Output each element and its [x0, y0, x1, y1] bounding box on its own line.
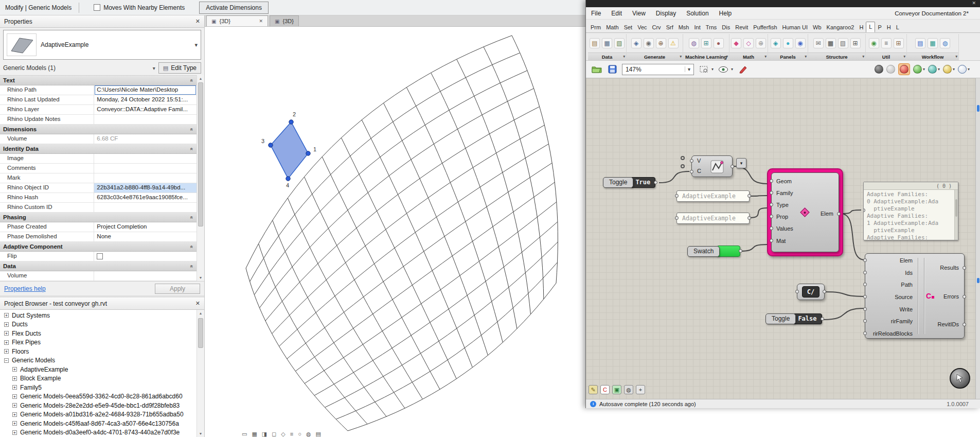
- input-elem[interactable]: Elem: [865, 254, 915, 267]
- tree-item-flex-pipes[interactable]: +Flex Pipes: [0, 338, 197, 347]
- property-value[interactable]: [94, 164, 197, 173]
- toggle-value[interactable]: True: [630, 177, 655, 188]
- expander-icon[interactable]: +: [4, 331, 9, 336]
- property-value[interactable]: [94, 252, 197, 261]
- collapse-section-icon[interactable]: «: [189, 79, 195, 82]
- output-grip[interactable]: [963, 266, 966, 270]
- preview-dark-sphere-icon[interactable]: [875, 65, 883, 74]
- section-text[interactable]: Text«: [0, 76, 197, 85]
- gh-tab-l-16[interactable]: L: [866, 22, 875, 32]
- menu-item-display[interactable]: Display: [651, 8, 681, 19]
- property-value[interactable]: [94, 203, 197, 212]
- input-rirfamily[interactable]: rirFamily: [865, 315, 915, 327]
- input-rirreloadblocks[interactable]: rirReloadBlocks: [865, 327, 915, 340]
- property-value[interactable]: 6.68 CF: [94, 134, 197, 144]
- gh-tab-human-ui-12[interactable]: Human UI: [780, 23, 811, 32]
- gh-tab-vec-3[interactable]: Vec: [635, 23, 649, 32]
- chevron-down-icon[interactable]: ▾: [623, 55, 625, 59]
- preview-toggle-icon[interactable]: ▣: [612, 385, 621, 394]
- input-grip[interactable]: [675, 194, 679, 198]
- moves-with-nearby-checkbox[interactable]: Moves With Nearby Elements: [94, 4, 185, 11]
- scroll-up-icon[interactable]: ▲: [197, 75, 204, 82]
- network-icon[interactable]: ⊞: [701, 38, 711, 48]
- input-grip[interactable]: [863, 295, 867, 299]
- properties-scrollbar[interactable]: ▲ ▼: [197, 75, 204, 281]
- tree-item-generic-models[interactable]: −Generic Models: [0, 356, 197, 365]
- frame-icon[interactable]: ⊞: [850, 38, 861, 48]
- selected-adaptive-component[interactable]: [271, 122, 308, 179]
- expander-icon[interactable]: +: [12, 394, 17, 399]
- collapse-section-icon[interactable]: «: [189, 216, 195, 219]
- input-write[interactable]: Write: [865, 303, 915, 316]
- flower-icon[interactable]: ◇: [743, 38, 754, 48]
- gh-tab-dis-9[interactable]: Dis: [719, 23, 733, 32]
- tree-item-generic-models-0eea559d-3362-4cd0-8c28-861ad6abcd60[interactable]: +Generic Models-0eea559d-3362-4cd0-8c28-…: [0, 392, 197, 401]
- menu-item-edit[interactable]: Edit: [606, 8, 627, 19]
- close-icon[interactable]: ✕: [972, 1, 976, 6]
- gh-tab-math-1[interactable]: Math: [603, 23, 621, 32]
- gh-titlebar[interactable]: ✕: [586, 0, 980, 7]
- menu-item-help[interactable]: Help: [714, 8, 737, 19]
- output-grip[interactable]: [837, 212, 841, 216]
- tree-item-ducts[interactable]: +Ducts: [0, 320, 197, 329]
- property-value[interactable]: [94, 154, 197, 163]
- expander-icon[interactable]: +: [12, 376, 17, 381]
- ribbon-group-label[interactable]: Generate▾: [627, 53, 683, 60]
- section-adaptive-component[interactable]: Adaptive Component«: [0, 242, 197, 252]
- chevron-down-icon[interactable]: ▾: [726, 55, 728, 59]
- input-grip[interactable]: [770, 226, 773, 230]
- property-value[interactable]: [94, 115, 197, 124]
- zoom-combo[interactable]: 147% ▾: [622, 64, 694, 75]
- scrollbar-thumb[interactable]: [198, 82, 203, 226]
- input-source[interactable]: Source: [865, 291, 915, 303]
- chevron-down-icon[interactable]: ▾: [153, 65, 155, 71]
- close-icon[interactable]: ✕: [195, 18, 200, 25]
- chevron-down-icon[interactable]: ▾: [938, 67, 940, 72]
- collapse-section-icon[interactable]: «: [189, 147, 195, 150]
- activate-dimensions-button[interactable]: Activate Dimensions: [199, 2, 269, 14]
- conveyor-badge-icon[interactable]: C: [600, 385, 610, 394]
- input-grip[interactable]: [690, 170, 693, 173]
- output-grip[interactable]: [747, 216, 751, 220]
- gh-tab-kangaroo2-14[interactable]: Kangaroo2: [824, 23, 857, 32]
- globe-icon[interactable]: ◍: [940, 38, 950, 48]
- tree-item-generic-models-d0a3eef0-a4dc-4701-8743-440a2e7d0f3e[interactable]: +Generic Models-d0a3eef0-a4dc-4701-8743-…: [0, 428, 197, 437]
- family-name-panel[interactable]: AdaptiveExample: [676, 190, 750, 202]
- gh-tab-msh-6[interactable]: Msh: [676, 23, 692, 32]
- gh-tab-prm-0[interactable]: Prm: [588, 23, 603, 32]
- tree-item-floors[interactable]: +Floors: [0, 347, 197, 356]
- output-grip[interactable]: [963, 295, 966, 299]
- conveyor-file-param[interactable]: C/: [797, 284, 825, 300]
- toggle-value[interactable]: False: [793, 313, 822, 324]
- section-phasing[interactable]: Phasing«: [0, 213, 197, 222]
- expander-icon[interactable]: +: [12, 367, 17, 372]
- pipeline-component[interactable]: V C: [691, 155, 733, 177]
- chevron-down-icon[interactable]: ▾: [923, 67, 925, 72]
- panel-scrollbar[interactable]: [954, 190, 958, 240]
- preview-teal-sphere-icon[interactable]: [928, 65, 937, 74]
- gh-tab-pufferfish-11[interactable]: Pufferfish: [751, 23, 779, 32]
- drop-icon[interactable]: ●: [783, 38, 793, 48]
- warning-icon[interactable]: ⚠: [668, 38, 679, 48]
- expander-icon[interactable]: +: [12, 421, 17, 426]
- modify-tab-label[interactable]: Modify | Generic Models: [5, 3, 79, 13]
- view-control-icon-7[interactable]: ◍: [306, 431, 311, 437]
- sample-icon[interactable]: ●: [714, 38, 724, 48]
- view-control-icon-0[interactable]: ▭: [242, 431, 247, 437]
- chevron-down-icon[interactable]: ▾: [805, 55, 807, 59]
- ribbon-group-label[interactable]: Structure▾: [808, 53, 865, 60]
- open-file-icon[interactable]: [591, 64, 602, 75]
- tree-item-flex-ducts[interactable]: +Flex Ducts: [0, 329, 197, 338]
- globe-icon[interactable]: ◍: [624, 385, 633, 394]
- ribbon-group-label[interactable]: Panels▾: [768, 53, 808, 60]
- gh-canvas[interactable]: V C ▾ Toggle True AdaptiveExamp: [586, 78, 980, 399]
- collapse-section-icon[interactable]: «: [189, 128, 195, 131]
- close-icon[interactable]: ✕: [195, 300, 200, 307]
- save-icon[interactable]: [607, 64, 618, 75]
- mail-icon[interactable]: ✉: [813, 38, 824, 48]
- input-ring[interactable]: [681, 164, 685, 168]
- input-path[interactable]: Path: [865, 278, 915, 291]
- expander-icon[interactable]: +: [12, 385, 17, 390]
- chevron-down-icon[interactable]: ▾: [903, 55, 905, 59]
- input-grip[interactable]: [770, 215, 773, 218]
